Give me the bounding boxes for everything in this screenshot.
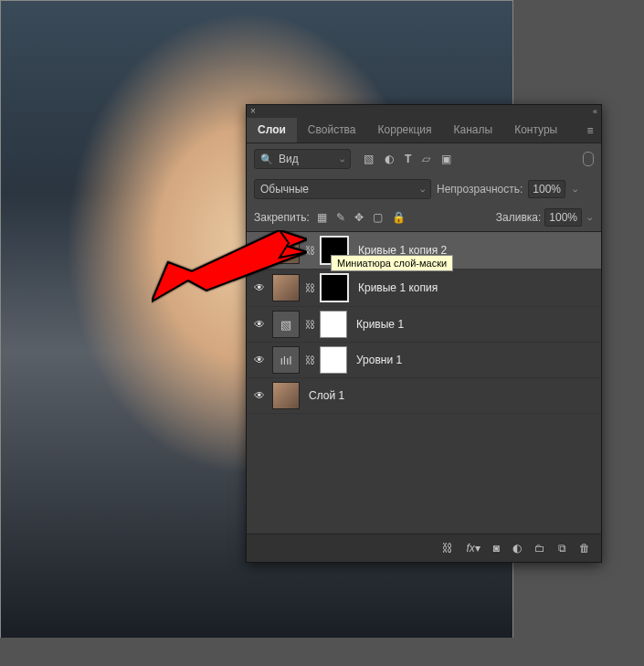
blend-row: Обычные ⌵ Непрозрачность: 100% ⌵ [247, 174, 601, 204]
lock-artboard-icon[interactable]: ▢ [373, 211, 383, 224]
adjustment-thumbnail[interactable]: ılıl [272, 346, 300, 374]
link-icon[interactable]: ⛓ [305, 354, 314, 365]
close-icon[interactable]: × [250, 107, 256, 116]
blend-mode-value: Обычные [260, 183, 309, 196]
lock-label: Закрепить: [254, 211, 310, 224]
layer-name[interactable]: Кривые 1 копия [358, 281, 438, 294]
layers-panel: × « Слои Свойства Коррекция Каналы Конту… [246, 104, 602, 563]
lock-position-icon[interactable]: ✥ [354, 211, 364, 224]
panel-tabs: Слои Свойства Коррекция Каналы Контуры ≡ [247, 118, 601, 143]
delete-layer-icon[interactable]: 🗑 [579, 542, 590, 555]
layer-row[interactable]: 👁 ılıl ⛓ Уровни 1 [247, 343, 601, 378]
layer-row[interactable]: 👁 Слой 1 [247, 378, 601, 414]
tooltip: Миниатюра слой-маски [331, 255, 453, 271]
new-layer-icon[interactable]: ⧉ [558, 542, 566, 555]
filter-kind-label: Вид [279, 153, 299, 165]
layer-mask-thumbnail[interactable] [320, 311, 347, 338]
collapse-icon[interactable]: « [593, 107, 597, 116]
lock-transparency-icon[interactable]: ▦ [317, 211, 327, 224]
link-icon[interactable]: ⛓ [305, 282, 314, 293]
fill-value[interactable]: 100% [544, 208, 582, 227]
opacity-value[interactable]: 100% [528, 180, 565, 198]
tab-layers[interactable]: Слои [247, 118, 297, 143]
layers-list: 👁 ⛓ Кривые 1 копия 2 👁 ⛓ Кривые 1 копия … [247, 232, 601, 534]
lock-row: Закрепить: ▦ ✎ ✥ ▢ 🔒 Заливка: 100% ⌵ [247, 204, 601, 232]
tab-properties[interactable]: Свойства [297, 118, 367, 143]
link-icon[interactable]: ⛓ [305, 319, 314, 330]
panel-titlebar[interactable]: × « [247, 105, 601, 118]
layer-name[interactable]: Кривые 1 [356, 318, 404, 331]
lock-pixels-icon[interactable]: ✎ [336, 211, 345, 224]
filter-bar: 🔍 Вид ⌵ ▧ ◐ T ▱ ▣ [247, 143, 601, 174]
workspace-bg [0, 638, 644, 666]
filter-toggle[interactable] [583, 152, 594, 166]
filter-adjustment-icon[interactable]: ◐ [385, 153, 394, 165]
panel-menu-icon[interactable]: ≡ [579, 118, 601, 143]
layer-thumbnail[interactable] [272, 382, 300, 409]
opacity-label[interactable]: Непрозрачность: [437, 183, 523, 196]
new-group-icon[interactable]: 🗀 [534, 542, 545, 555]
tab-paths[interactable]: Контуры [503, 118, 568, 143]
layer-thumbnail[interactable] [272, 274, 300, 301]
visibility-toggle[interactable]: 👁 [252, 318, 267, 331]
visibility-toggle[interactable]: 👁 [252, 281, 267, 294]
layer-row[interactable]: 👁 ⛓ Кривые 1 копия [247, 270, 601, 307]
layer-row[interactable]: 👁 ▧ ⛓ Кривые 1 [247, 307, 601, 343]
blend-mode-dropdown[interactable]: Обычные ⌵ [254, 179, 431, 199]
adjustment-thumbnail[interactable]: ▧ [272, 311, 300, 338]
tab-channels[interactable]: Каналы [443, 118, 504, 143]
filter-shape-icon[interactable]: ▱ [422, 153, 430, 165]
lock-all-icon[interactable]: 🔒 [392, 211, 406, 224]
layer-mask-thumbnail[interactable] [320, 346, 347, 374]
tab-corrections[interactable]: Коррекция [367, 118, 443, 143]
add-mask-icon[interactable]: ◙ [493, 542, 500, 555]
chevron-down-icon: ⌵ [420, 185, 425, 194]
panel-footer: ⛓ fx▾ ◙ ◐ 🗀 ⧉ 🗑 [247, 534, 601, 562]
chevron-down-icon: ⌵ [340, 154, 344, 164]
filter-smart-icon[interactable]: ▣ [441, 153, 451, 165]
filter-kind-dropdown[interactable]: 🔍 Вид ⌵ [254, 149, 351, 169]
visibility-toggle[interactable]: 👁 [252, 389, 267, 402]
search-icon: 🔍 [260, 153, 273, 165]
visibility-toggle[interactable]: 👁 [252, 354, 267, 366]
visibility-toggle[interactable]: 👁 [252, 244, 267, 257]
filter-type-icon[interactable]: T [405, 153, 411, 165]
layer-fx-icon[interactable]: fx▾ [466, 542, 480, 555]
fill-label[interactable]: Заливка: [496, 211, 542, 224]
layer-name[interactable]: Слой 1 [309, 389, 344, 402]
link-icon[interactable]: ⛓ [305, 245, 314, 256]
filter-pixel-icon[interactable]: ▧ [364, 153, 374, 165]
layer-name[interactable]: Уровни 1 [356, 354, 402, 366]
link-layers-icon[interactable]: ⛓ [442, 542, 453, 555]
layer-thumbnail[interactable] [272, 237, 300, 264]
chevron-down-icon[interactable]: ⌵ [586, 213, 594, 222]
chevron-down-icon[interactable]: ⌵ [571, 185, 579, 194]
add-adjustment-icon[interactable]: ◐ [512, 542, 522, 555]
layer-mask-thumbnail[interactable] [320, 273, 349, 302]
